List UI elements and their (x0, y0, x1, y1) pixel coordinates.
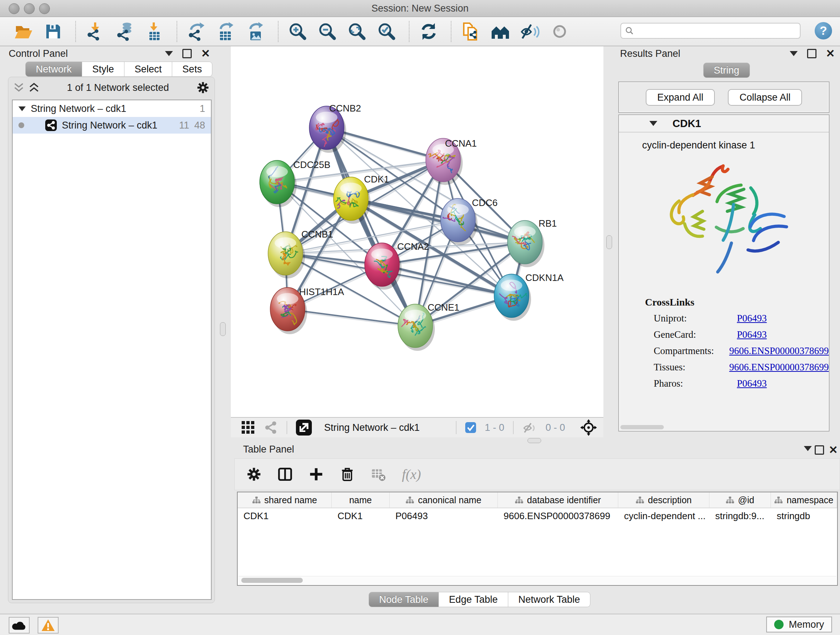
expand-all-icon[interactable] (28, 81, 39, 94)
refresh-layout-icon[interactable] (419, 22, 439, 41)
collapse-all-icon[interactable] (13, 81, 24, 94)
column-header-canonical-name[interactable]: canonical name (390, 492, 498, 508)
table-hscrollbar[interactable] (238, 576, 836, 584)
tab-string[interactable]: String (703, 63, 750, 78)
tab-style[interactable]: Style (82, 62, 125, 77)
crosslink-tissues-link[interactable]: 9606.ENSP00000378699 (729, 362, 829, 373)
window-minimize-button[interactable] (24, 3, 35, 14)
cloud-status-button[interactable] (9, 617, 30, 633)
network-node-CCNB2[interactable]: CCNB2 (309, 103, 361, 153)
results-panel-close-button[interactable]: ✕ (826, 48, 835, 59)
node-label-CDKN1A: CDKN1A (525, 272, 564, 283)
network-node-CCNA2[interactable]: CCNA2 (365, 241, 429, 290)
share-view-icon[interactable] (264, 421, 278, 434)
open-external-icon[interactable] (296, 420, 312, 435)
results-panel-collapse-button[interactable] (790, 51, 798, 56)
table-cell[interactable]: cyclin-dependent ... (618, 508, 709, 524)
network-canvas[interactable]: CCNB2CCNA1CDC25BCDK1CDC6RB1CCNB1CCNA2CDK… (231, 46, 603, 417)
table-cell[interactable]: CDK1 (332, 508, 390, 524)
import-network-icon[interactable] (85, 22, 105, 41)
bottom-splitter-handle[interactable] (527, 438, 541, 443)
tab-edge-table[interactable]: Edge Table (439, 592, 508, 607)
search-input[interactable] (637, 25, 800, 36)
network-node-CCNE1[interactable]: CCNE1 (398, 302, 459, 351)
tab-network-table[interactable]: Network Table (508, 592, 591, 607)
zoom-out-icon[interactable] (317, 22, 337, 41)
create-column-plus-icon[interactable] (309, 467, 324, 482)
warnings-button[interactable] (38, 617, 58, 633)
birdseye-grid-icon[interactable] (241, 420, 256, 435)
open-in-cytoscape-web-icon[interactable] (461, 22, 480, 41)
home-networks-icon[interactable] (491, 22, 510, 41)
tab-node-table[interactable]: Node Table (369, 592, 439, 607)
table-panel-close-button[interactable]: ✕ (829, 445, 838, 455)
network-node-CDKN1A[interactable]: CDKN1A (494, 272, 564, 321)
details-disclosure-icon[interactable] (649, 121, 657, 126)
network-node-RB1[interactable]: RB1 (508, 218, 557, 267)
fit-selected-crosshair-icon[interactable] (580, 419, 597, 436)
results-panel-float-button[interactable] (807, 49, 816, 58)
save-session-icon[interactable] (43, 22, 63, 41)
tab-sets[interactable]: Sets (172, 62, 212, 77)
column-header-namespace[interactable]: namespace (771, 492, 837, 508)
collection-disclosure-icon[interactable] (19, 106, 26, 111)
export-image-icon[interactable] (246, 22, 265, 41)
network-options-gear-icon[interactable] (196, 81, 210, 94)
control-panel-float-button[interactable] (182, 49, 192, 58)
table-panel-collapse-button[interactable] (804, 446, 812, 451)
details-scrollbar[interactable] (621, 425, 664, 429)
delete-column-trash-icon[interactable] (340, 467, 355, 482)
crosslink-compartments-link[interactable]: 9606.ENSP00000378699 (729, 345, 829, 356)
column-header-description[interactable]: description (618, 492, 709, 508)
crosslink-pharos-link[interactable]: P06493 (737, 378, 767, 389)
import-table-icon[interactable] (145, 22, 164, 41)
table-options-gear-icon[interactable] (246, 467, 262, 482)
window-close-button[interactable] (9, 3, 19, 14)
table-cell[interactable]: 9606.ENSP00000378699 (498, 508, 618, 524)
control-panel-close-button[interactable]: ✕ (201, 48, 210, 59)
network-node-HIST1H1A[interactable]: HIST1H1A (270, 287, 344, 334)
window-zoom-button[interactable] (39, 3, 50, 14)
column-header-database-identifier[interactable]: database identifier (498, 492, 618, 508)
crosslink-uniprot-link[interactable]: P06493 (737, 313, 767, 324)
export-table-icon[interactable] (216, 22, 236, 41)
table-cell[interactable]: P06493 (390, 508, 498, 524)
node-details-header[interactable]: CDK1 (619, 115, 829, 133)
network-row[interactable]: String Network – cdk1 11 48 (13, 117, 211, 134)
control-panel-tabs: NetworkStyleSelectSets (25, 62, 212, 77)
help-button[interactable]: ? (815, 22, 832, 40)
export-network-icon[interactable] (187, 22, 206, 41)
show-view-eye-icon[interactable] (550, 22, 569, 41)
table-cell[interactable]: CDK1 (238, 508, 332, 524)
table-hscroll-thumb[interactable] (241, 578, 303, 583)
zoom-selected-icon[interactable] (377, 22, 396, 41)
import-database-icon[interactable] (115, 22, 134, 41)
right-splitter-handle[interactable] (606, 235, 612, 249)
hidden-eye-slash-icon[interactable] (523, 421, 537, 434)
zoom-in-icon[interactable] (288, 22, 308, 41)
table-row[interactable]: CDK1CDK1P064939606.ENSP00000378699cyclin… (238, 508, 837, 524)
selected-checkbox-icon[interactable] (465, 422, 476, 433)
tab-network[interactable]: Network (25, 62, 82, 77)
table-cell[interactable]: stringdb:9... (709, 508, 771, 524)
column-header-shared-name[interactable]: shared name (238, 492, 332, 508)
table-panel-float-button[interactable] (815, 445, 824, 455)
tab-select[interactable]: Select (125, 62, 172, 77)
column-header-id[interactable]: @id (709, 492, 771, 508)
memory-button[interactable]: Memory (766, 616, 832, 632)
zoom-fit-icon[interactable] (347, 22, 367, 41)
hide-selected-eye-slash-icon[interactable] (520, 22, 540, 41)
network-node-CDC25B[interactable]: CDC25B (260, 159, 330, 207)
column-header-name[interactable]: name (332, 492, 390, 508)
left-splitter-handle[interactable] (220, 322, 226, 336)
table-cell[interactable]: stringdb (771, 508, 837, 524)
network-view[interactable]: CCNB2CCNA1CDC25BCDK1CDC6RB1CCNB1CCNA2CDK… (231, 46, 603, 437)
network-collection-row[interactable]: String Network – cdk1 1 (13, 100, 211, 117)
show-columns-icon[interactable] (278, 467, 293, 482)
search-box[interactable] (621, 23, 801, 39)
collapse-all-button[interactable]: Collapse All (728, 89, 802, 106)
crosslink-genecard-link[interactable]: P06493 (737, 329, 767, 340)
open-session-icon[interactable] (14, 22, 33, 41)
control-panel-collapse-button[interactable] (165, 51, 173, 56)
expand-all-button[interactable]: Expand All (646, 89, 715, 106)
